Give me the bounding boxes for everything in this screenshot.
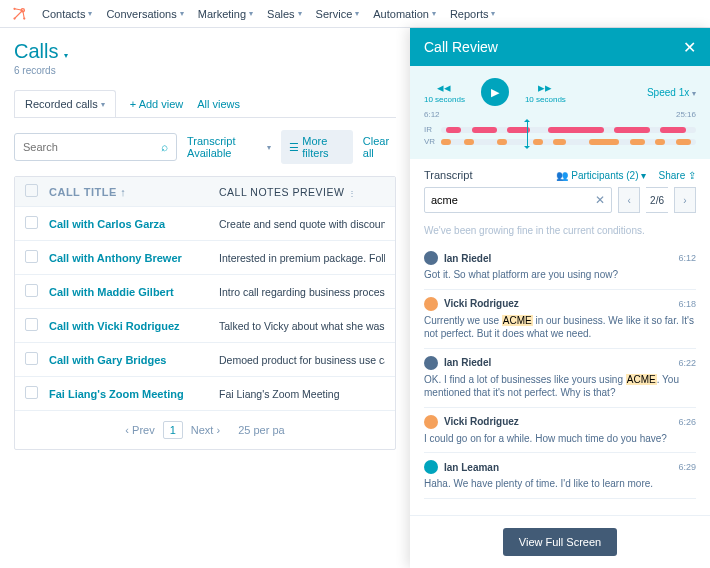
column-menu-icon: ⋮	[348, 189, 357, 198]
transcript-text: Currently we use ACME in our business. W…	[424, 314, 696, 341]
play-button[interactable]: ▶	[481, 78, 509, 106]
prev-button[interactable]: ‹ Prev	[125, 424, 154, 436]
row-checkbox[interactable]	[25, 216, 38, 229]
speaker-name: Ian Riedel	[444, 253, 491, 264]
timestamp[interactable]: 6:29	[678, 462, 696, 472]
waveform-vr[interactable]	[441, 139, 696, 145]
row-checkbox[interactable]	[25, 318, 38, 331]
row-checkbox[interactable]	[25, 352, 38, 365]
speaker-name: Vicki Rodriguez	[444, 416, 519, 427]
pagination: ‹ Prev 1 Next › 25 per pa	[15, 411, 395, 449]
playhead[interactable]	[527, 121, 528, 147]
nav-service[interactable]: Service▾	[316, 8, 360, 20]
transcript-entry[interactable]: Vicki Rodriguez6:26I could go on for a w…	[424, 408, 696, 454]
call-notes: Interested in premium package. Follow up	[219, 252, 385, 264]
add-view-button[interactable]: + Add view	[130, 98, 184, 110]
track-label-ir: IR	[424, 125, 436, 134]
avatar	[424, 251, 438, 265]
transcript-search-input[interactable]: ✕	[424, 187, 612, 213]
close-icon[interactable]: ✕	[683, 38, 696, 57]
call-notes: Create and send quote with discount disc…	[219, 218, 385, 230]
table-row[interactable]: Call with Anthony BrewerInterested in pr…	[15, 241, 395, 275]
nav-contacts[interactable]: Contacts▾	[42, 8, 92, 20]
speed-select[interactable]: Speed 1x ▾	[647, 87, 696, 98]
calls-table: CALL TITLE ↑ CALL NOTES PREVIEW ⋮ Call w…	[14, 176, 396, 450]
next-button[interactable]: Next ›	[191, 424, 220, 436]
row-checkbox[interactable]	[25, 386, 38, 399]
sort-asc-icon: ↑	[120, 186, 126, 198]
select-all-checkbox[interactable]	[25, 184, 38, 197]
page-title[interactable]: Calls	[14, 40, 58, 63]
tab-recorded-calls[interactable]: Recorded calls▾	[14, 90, 116, 117]
call-title-link[interactable]: Call with Carlos Garza	[49, 218, 219, 230]
participants-dropdown[interactable]: 👥 Participants (2) ▾	[556, 170, 646, 181]
transcript-entry[interactable]: Vicki Rodriguez6:18Currently we use ACME…	[424, 290, 696, 349]
nav-marketing[interactable]: Marketing▾	[198, 8, 253, 20]
transcript-text: Got it. So what platform are you using n…	[424, 268, 696, 282]
transcript-entry[interactable]: Vicki Rodriguez6:33I guess that's why we…	[424, 499, 696, 506]
timestamp[interactable]: 6:18	[678, 299, 696, 309]
search-input[interactable]: ⌕	[14, 133, 177, 161]
search-counter: 2/6	[646, 187, 668, 213]
view-full-screen-button[interactable]: View Full Screen	[503, 528, 617, 556]
timestamp[interactable]: 6:22	[678, 358, 696, 368]
row-checkbox[interactable]	[25, 284, 38, 297]
avatar	[424, 460, 438, 474]
col-notes[interactable]: CALL NOTES PREVIEW ⋮	[219, 186, 385, 198]
audio-player: ◂◂10 seconds ▶ ▸▸10 seconds Speed 1x ▾ 6…	[410, 66, 710, 159]
nav-reports[interactable]: Reports▾	[450, 8, 496, 20]
clear-all-link[interactable]: Clear all	[363, 135, 396, 159]
avatar	[424, 415, 438, 429]
clear-icon[interactable]: ✕	[595, 193, 605, 207]
call-notes: Fai Liang's Zoom Meeting	[219, 388, 385, 400]
nav-automation[interactable]: Automation▾	[373, 8, 436, 20]
filter-transcript[interactable]: Transcript Available▾	[187, 135, 271, 159]
per-page-select[interactable]: 25 per pa	[238, 424, 284, 436]
col-call-title[interactable]: CALL TITLE ↑	[49, 186, 219, 198]
table-row[interactable]: Call with Carlos GarzaCreate and send qu…	[15, 207, 395, 241]
more-filters-button[interactable]: ☰More filters	[281, 130, 352, 164]
rewind-button[interactable]: ◂◂10 seconds	[424, 80, 465, 104]
waveform-ir[interactable]	[441, 127, 696, 133]
timestamp[interactable]: 6:26	[678, 417, 696, 427]
nav-sales[interactable]: Sales▾	[267, 8, 302, 20]
call-title-link[interactable]: Call with Maddie Gilbert	[49, 286, 219, 298]
call-title-link[interactable]: Call with Anthony Brewer	[49, 252, 219, 264]
call-notes: Talked to Vicky about what she was think…	[219, 320, 385, 332]
row-checkbox[interactable]	[25, 250, 38, 263]
table-row[interactable]: Call with Gary BridgesDemoed product for…	[15, 343, 395, 377]
avatar	[424, 356, 438, 370]
call-title-link[interactable]: Fai Liang's Zoom Meeting	[49, 388, 219, 400]
nav-conversations[interactable]: Conversations▾	[106, 8, 183, 20]
transcript-text: I could go on for a while. How much time…	[424, 432, 696, 446]
title-dropdown-icon[interactable]: ▾	[64, 51, 68, 60]
track-label-vr: VR	[424, 137, 436, 146]
table-row[interactable]: Fai Liang's Zoom MeetingFai Liang's Zoom…	[15, 377, 395, 411]
transcript-text: OK. I find a lot of businesses like your…	[424, 373, 696, 400]
panel-title: Call Review	[424, 39, 498, 55]
time-current: 6:12	[424, 110, 440, 119]
call-notes: Demoed product for business use case. Th	[219, 354, 385, 366]
page-number[interactable]: 1	[163, 421, 183, 439]
transcript-label: Transcript	[424, 169, 473, 181]
search-icon: ⌕	[161, 140, 168, 154]
search-next-button[interactable]: ›	[674, 187, 696, 213]
call-title-link[interactable]: Call with Gary Bridges	[49, 354, 219, 366]
forward-button[interactable]: ▸▸10 seconds	[525, 80, 566, 104]
transcript-entry[interactable]: Ian Leaman6:29Haha. We have plenty of ti…	[424, 453, 696, 499]
table-row[interactable]: Call with Vicki RodriguezTalked to Vicky…	[15, 309, 395, 343]
timestamp[interactable]: 6:12	[678, 253, 696, 263]
call-title-link[interactable]: Call with Vicki Rodriguez	[49, 320, 219, 332]
table-row[interactable]: Call with Maddie GilbertIntro call regar…	[15, 275, 395, 309]
search-prev-button[interactable]: ‹	[618, 187, 640, 213]
all-views-link[interactable]: All views	[197, 98, 240, 110]
share-button[interactable]: Share ⇪	[659, 170, 696, 181]
filter-icon: ☰	[289, 141, 299, 154]
transcript-entry[interactable]: Ian Riedel6:12Got it. So what platform a…	[424, 244, 696, 290]
call-notes: Intro call regarding business process.	[219, 286, 385, 298]
speaker-name: Ian Leaman	[444, 462, 499, 473]
top-nav: Contacts▾ Conversations▾ Marketing▾ Sale…	[0, 0, 710, 28]
transcript-context-before: We've been growing fine in the current c…	[424, 221, 696, 244]
transcript-entry[interactable]: Ian Riedel6:22OK. I find a lot of busine…	[424, 349, 696, 408]
speaker-name: Vicki Rodriguez	[444, 298, 519, 309]
